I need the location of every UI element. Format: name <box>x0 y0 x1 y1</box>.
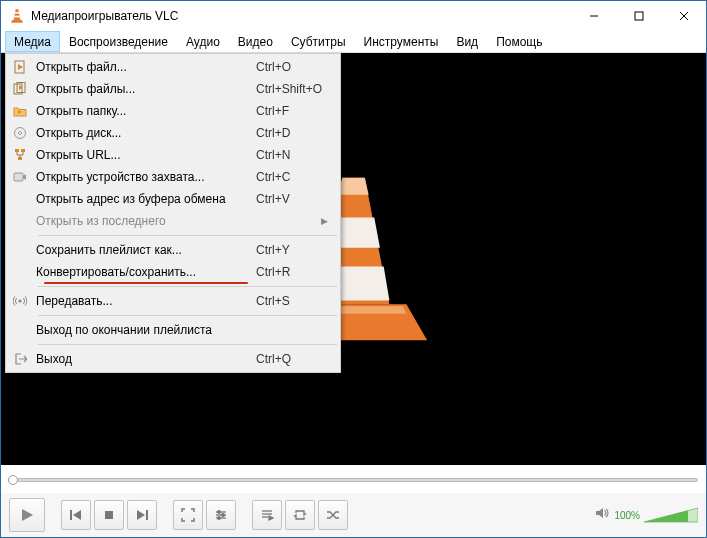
file-play-icon <box>8 60 32 74</box>
play-button[interactable] <box>9 498 45 532</box>
maximize-button[interactable] <box>616 1 661 31</box>
svg-point-27 <box>18 299 21 302</box>
menu-видео[interactable]: Видео <box>229 31 282 52</box>
menu-separator <box>38 286 337 287</box>
menu-item[interactable]: Открыть диск...Ctrl+D <box>8 122 338 144</box>
menu-item-shortcut: Ctrl+S <box>256 294 338 308</box>
minimize-button[interactable] <box>571 1 616 31</box>
menu-item-label: Открыть диск... <box>32 126 256 140</box>
menu-item-label: Конвертировать/сохранить... <box>32 265 256 279</box>
seek-thumb[interactable] <box>8 475 18 485</box>
svg-marker-28 <box>22 509 33 521</box>
menu-item-shortcut: Ctrl+R <box>256 265 338 279</box>
menu-item-shortcut: Ctrl+C <box>256 170 338 184</box>
network-icon <box>8 148 32 162</box>
svg-marker-15 <box>18 64 23 70</box>
menu-item-label: Передавать... <box>32 294 256 308</box>
menu-item-shortcut: Ctrl+Q <box>256 352 338 366</box>
menu-item-label: Открыть URL... <box>32 148 256 162</box>
menu-item[interactable]: Открыть адрес из буфера обменаCtrl+V <box>8 188 338 210</box>
svg-marker-30 <box>73 510 81 520</box>
menu-item[interactable]: Сохранить плейлист как...Ctrl+Y <box>8 239 338 261</box>
menu-item-shortcut: Ctrl+O <box>256 60 338 74</box>
svg-rect-23 <box>21 149 25 152</box>
titlebar: Медиапроигрыватель VLC <box>1 1 706 31</box>
prev-button[interactable] <box>61 500 91 530</box>
menu-item-shortcut: Ctrl+F <box>256 104 338 118</box>
close-button[interactable] <box>661 1 706 31</box>
svg-rect-2 <box>14 16 20 18</box>
menu-separator <box>38 235 337 236</box>
menu-item[interactable]: Открыть URL...Ctrl+N <box>8 144 338 166</box>
fullscreen-button[interactable] <box>173 500 203 530</box>
menu-инструменты[interactable]: Инструменты <box>355 31 448 52</box>
loop-button[interactable] <box>285 500 315 530</box>
menu-item-label: Выход <box>32 352 256 366</box>
menu-separator <box>38 344 337 345</box>
menu-медиа[interactable]: Медиа <box>5 31 60 52</box>
capture-icon <box>8 170 32 184</box>
menu-item[interactable]: Передавать...Ctrl+S <box>8 290 338 312</box>
menu-item-label: Открыть адрес из буфера обмена <box>32 192 256 206</box>
window-title: Медиапроигрыватель VLC <box>31 9 571 23</box>
svg-marker-32 <box>137 510 145 520</box>
menu-item: Открыть из последнего▶ <box>8 210 338 232</box>
seek-track[interactable] <box>9 478 698 482</box>
svg-rect-25 <box>14 173 23 181</box>
folder-icon <box>8 104 32 118</box>
svg-marker-0 <box>14 9 21 20</box>
stream-icon <box>8 294 32 308</box>
svg-point-37 <box>218 511 221 514</box>
svg-rect-22 <box>15 149 19 152</box>
seek-bar[interactable] <box>9 471 698 489</box>
menu-item[interactable]: Открыть устройство захвата...Ctrl+C <box>8 166 338 188</box>
menu-воспроизведение[interactable]: Воспроизведение <box>60 31 177 52</box>
menu-item[interactable]: Выход по окончании плейлиста <box>8 319 338 341</box>
svg-marker-44 <box>596 508 603 518</box>
volume-slider[interactable] <box>644 506 698 524</box>
playlist-button[interactable] <box>252 500 282 530</box>
menu-item-label: Сохранить плейлист как... <box>32 243 256 257</box>
menu-вид[interactable]: Вид <box>447 31 487 52</box>
menu-item[interactable]: Открыть файлы...Ctrl+Shift+O <box>8 78 338 100</box>
menu-item-label: Выход по окончании плейлиста <box>32 323 256 337</box>
svg-rect-1 <box>15 12 20 14</box>
playback-controls: 100% <box>1 493 706 537</box>
menubar: МедиаВоспроизведениеАудиоВидеоСубтитрыИн… <box>1 31 706 53</box>
menu-item-label: Открыть устройство захвата... <box>32 170 256 184</box>
menu-item-label: Открыть файл... <box>32 60 256 74</box>
ext-settings-button[interactable] <box>206 500 236 530</box>
svg-marker-43 <box>269 516 273 520</box>
menu-item-label: Открыть из последнего <box>32 214 256 228</box>
files-play-icon <box>8 82 32 96</box>
svg-point-39 <box>218 517 221 520</box>
svg-rect-24 <box>18 157 22 160</box>
menu-item-shortcut: Ctrl+Y <box>256 243 338 257</box>
volume-percent: 100% <box>614 510 640 521</box>
shuffle-button[interactable] <box>318 500 348 530</box>
vlc-cone-icon <box>9 8 25 24</box>
next-button[interactable] <box>127 500 157 530</box>
stop-button[interactable] <box>94 500 124 530</box>
speaker-icon[interactable] <box>594 505 610 525</box>
menu-item-shortcut: Ctrl+D <box>256 126 338 140</box>
menu-item[interactable]: Открыть файл...Ctrl+O <box>8 56 338 78</box>
svg-point-21 <box>19 132 22 135</box>
menu-item-shortcut: Ctrl+Shift+O <box>256 82 338 96</box>
svg-rect-5 <box>635 12 643 20</box>
menu-помощь[interactable]: Помощь <box>487 31 551 52</box>
menu-item[interactable]: Конвертировать/сохранить...Ctrl+R <box>8 261 338 283</box>
menu-item-label: Открыть папку... <box>32 104 256 118</box>
menu-separator <box>38 315 337 316</box>
disc-icon <box>8 126 32 140</box>
window-buttons <box>571 1 706 31</box>
svg-rect-31 <box>105 511 113 519</box>
menu-субтитры[interactable]: Субтитры <box>282 31 355 52</box>
highlight-underline <box>44 282 248 284</box>
svg-point-38 <box>222 514 225 517</box>
svg-marker-3 <box>11 20 23 23</box>
menu-item[interactable]: Открыть папку...Ctrl+F <box>8 100 338 122</box>
menu-аудио[interactable]: Аудио <box>177 31 229 52</box>
menu-item[interactable]: ВыходCtrl+Q <box>8 348 338 370</box>
volume-control[interactable]: 100% <box>594 505 698 525</box>
